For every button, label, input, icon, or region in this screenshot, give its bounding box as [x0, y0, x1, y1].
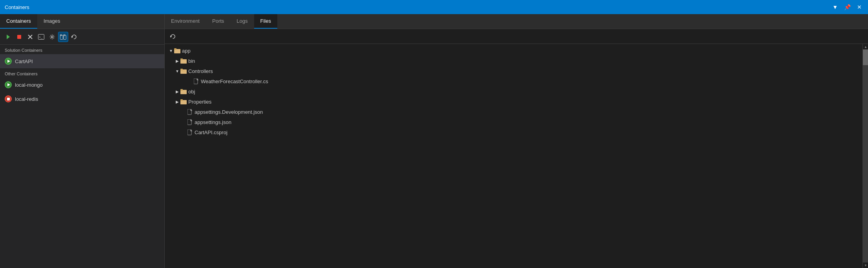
- container-local-mongo[interactable]: local-mongo: [0, 78, 164, 92]
- scroll-track[interactable]: [863, 49, 868, 263]
- main-layout: Containers Images: [0, 14, 868, 268]
- tree-label-bin: bin: [188, 58, 195, 64]
- solution-containers-header: Solution Containers: [0, 45, 164, 54]
- tree-item-controllers[interactable]: ▼ Controllers: [165, 66, 863, 76]
- folder-icon-controllers: [180, 68, 187, 74]
- tree-label-app: app: [182, 48, 191, 54]
- scroll-down-arrow[interactable]: ▼: [863, 263, 868, 268]
- arrow-app: ▼: [168, 47, 174, 54]
- folder-icon-properties: [180, 98, 187, 105]
- tree-item-bin[interactable]: ▶ bin: [165, 56, 863, 66]
- file-icon-appsettings: [187, 119, 193, 125]
- right-panel: Environment Ports Logs Files: [165, 14, 868, 268]
- tree-label-obj: obj: [188, 89, 195, 95]
- svg-rect-18: [180, 69, 183, 70]
- tab-files[interactable]: Files: [254, 14, 277, 29]
- svg-rect-23: [180, 89, 183, 91]
- right-toolbar: [165, 29, 868, 44]
- svg-point-6: [51, 36, 53, 38]
- title-text: Containers: [5, 4, 29, 10]
- svg-marker-0: [7, 35, 10, 39]
- svg-rect-9: [64, 35, 66, 40]
- dropdown-btn[interactable]: ▼: [831, 3, 839, 11]
- tree-item-obj[interactable]: ▶ obj: [165, 86, 863, 97]
- scroll-thumb[interactable]: [863, 49, 868, 65]
- svg-rect-1: [17, 35, 21, 39]
- status-running-icon-mongo: [5, 81, 12, 88]
- scroll-up-arrow[interactable]: ▲: [863, 44, 868, 49]
- browse-files-button[interactable]: [58, 32, 68, 42]
- terminal-button[interactable]: >_: [36, 32, 46, 42]
- tree-label-csproj: CartAPI.csproj: [195, 129, 227, 135]
- container-redis-label: local-redis: [15, 96, 38, 102]
- tree-label-weatherforecast: WeatherForecastController.cs: [201, 78, 268, 84]
- file-icon-appsettings-dev: [187, 109, 193, 115]
- pin-btn[interactable]: 📌: [843, 3, 852, 11]
- tab-ports[interactable]: Ports: [206, 14, 230, 29]
- arrow-bin: ▶: [174, 58, 180, 64]
- arrow-properties: ▶: [174, 98, 180, 105]
- file-tree-container: ▼ app ▶: [165, 44, 868, 268]
- svg-rect-16: [180, 58, 183, 60]
- arrow-obj: ▶: [174, 88, 180, 95]
- files-refresh-button[interactable]: [168, 31, 178, 42]
- tree-label-controllers: Controllers: [188, 68, 213, 74]
- arrow-controllers: ▼: [174, 68, 180, 74]
- left-tabs: Containers Images: [0, 14, 164, 29]
- folder-icon-app: [174, 47, 180, 54]
- tree-label-properties: Properties: [188, 99, 211, 105]
- file-icon-csproj: [187, 129, 193, 135]
- tab-environment[interactable]: Environment: [165, 14, 206, 29]
- tab-images[interactable]: Images: [37, 14, 67, 29]
- right-tabs: Environment Ports Logs Files: [165, 14, 868, 29]
- container-local-redis[interactable]: local-redis: [0, 92, 164, 106]
- tree-item-app[interactable]: ▼ app: [165, 46, 863, 56]
- folder-icon-bin: [180, 58, 187, 64]
- tree-item-csproj[interactable]: ▶ CartAPI.csproj: [165, 127, 863, 137]
- title-bar-controls: ▼ 📌 ✕: [831, 3, 863, 11]
- remove-button[interactable]: [25, 32, 35, 42]
- other-containers-header: Other Containers: [0, 68, 164, 78]
- refresh-button[interactable]: [69, 32, 79, 42]
- tree-item-properties[interactable]: ▶ Properties: [165, 97, 863, 107]
- start-button[interactable]: [3, 32, 13, 42]
- settings-button[interactable]: [47, 32, 57, 42]
- container-cartapi-label: CartAPI: [15, 58, 33, 64]
- status-running-icon: [5, 58, 12, 65]
- tree-item-weatherforecast[interactable]: ▶ WeatherForecastController.cs: [165, 76, 863, 86]
- file-icon-weatherforecast: [193, 78, 199, 84]
- container-cartapi[interactable]: CartAPI: [0, 54, 164, 68]
- stop-button[interactable]: [14, 32, 24, 42]
- svg-text:>_: >_: [39, 35, 43, 39]
- svg-rect-14: [174, 48, 177, 50]
- svg-rect-7: [60, 35, 63, 40]
- scrollbar[interactable]: ▲ ▼: [863, 44, 868, 268]
- title-bar: Containers ▼ 📌 ✕: [0, 0, 868, 14]
- tab-logs[interactable]: Logs: [230, 14, 254, 29]
- folder-icon-obj: [180, 88, 187, 95]
- tree-item-appsettings-dev[interactable]: ▶ appsettings.Development.json: [165, 107, 863, 117]
- status-stopped-icon-redis: [5, 95, 12, 102]
- title-bar-left: Containers: [5, 4, 29, 10]
- tab-containers[interactable]: Containers: [0, 14, 37, 29]
- tree-label-appsettings: appsettings.json: [195, 119, 231, 125]
- tree-item-appsettings[interactable]: ▶ appsettings.json: [165, 117, 863, 127]
- left-toolbar: >_: [0, 29, 164, 45]
- tree-label-appsettings-dev: appsettings.Development.json: [195, 109, 263, 115]
- close-btn[interactable]: ✕: [855, 3, 863, 11]
- left-panel: Containers Images: [0, 14, 165, 268]
- file-tree: ▼ app ▶: [165, 44, 863, 268]
- svg-rect-25: [180, 99, 183, 101]
- container-mongo-label: local-mongo: [15, 82, 43, 88]
